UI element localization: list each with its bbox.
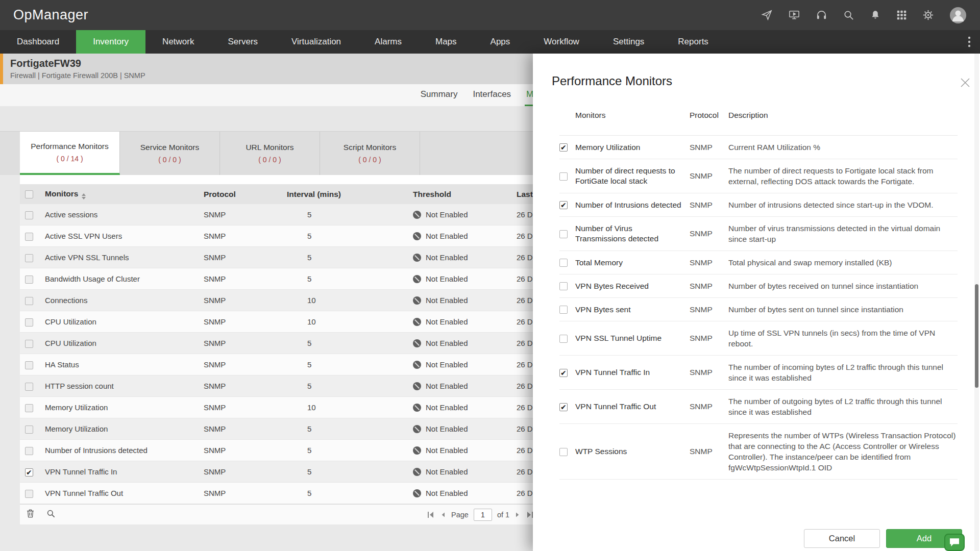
feedback-chat-icon[interactable] xyxy=(944,534,965,551)
row-checkbox[interactable] xyxy=(25,425,33,434)
not-enabled-icon xyxy=(413,296,421,305)
delete-icon[interactable] xyxy=(26,509,35,520)
row-checkbox[interactable] xyxy=(25,340,33,348)
next-page-button[interactable] xyxy=(514,511,521,518)
panel-monitor-name: WTP Sessions xyxy=(575,446,690,457)
panel-monitor-row[interactable]: VPN Tunnel Traffic In SNMP The number of… xyxy=(559,356,958,390)
panel-monitor-row[interactable]: VPN SSL Tunnel Uptime SNMP Up time of SS… xyxy=(559,321,958,356)
panel-monitor-row[interactable]: VPN Tunnel Traffic Out SNMP The number o… xyxy=(559,390,958,424)
monitor-type-tab[interactable]: Service Monitors ( 0 / 0 ) xyxy=(120,132,220,175)
headset-icon[interactable] xyxy=(816,9,827,21)
nav-item[interactable]: Workflow xyxy=(527,30,596,54)
panel-row-checkbox[interactable] xyxy=(559,369,568,377)
monitor-tab-count: ( 0 / 0 ) xyxy=(158,156,181,164)
row-checkbox[interactable] xyxy=(25,318,33,327)
panel-monitor-row[interactable]: Number of Intrusions detected SNMP Numbe… xyxy=(559,193,958,217)
panel-scrollbar-thumb[interactable] xyxy=(975,284,978,388)
nav-item[interactable]: Dashboard xyxy=(0,30,76,54)
panel-monitor-protocol: SNMP xyxy=(690,143,728,152)
panel-monitor-list: Memory Utilization SNMP Current RAM Util… xyxy=(559,135,958,480)
row-checkbox[interactable] xyxy=(25,254,33,262)
monitor-interval: 10 xyxy=(287,317,413,326)
row-checkbox[interactable] xyxy=(25,276,33,284)
column-header-monitors[interactable]: Monitors xyxy=(45,189,204,199)
monitor-interval: 10 xyxy=(287,403,413,412)
not-enabled-icon xyxy=(413,361,421,369)
not-enabled-icon xyxy=(413,232,421,240)
monitor-tab-label: Performance Monitors xyxy=(31,142,108,151)
apps-grid-icon[interactable] xyxy=(896,10,907,20)
row-checkbox[interactable] xyxy=(25,297,33,305)
table-search-icon[interactable] xyxy=(46,509,56,520)
row-checkbox[interactable] xyxy=(25,233,33,241)
row-checkbox[interactable] xyxy=(25,361,33,369)
row-checkbox[interactable] xyxy=(25,447,33,455)
select-all-checkbox[interactable] xyxy=(25,190,33,198)
nav-item[interactable]: Alarms xyxy=(358,30,419,54)
row-checkbox[interactable] xyxy=(25,468,33,477)
nav-item[interactable]: Apps xyxy=(474,30,527,54)
app-logo[interactable]: OpManager xyxy=(13,7,88,23)
panel-monitor-row[interactable]: VPN Bytes Received SNMP Number of bytes … xyxy=(559,274,958,298)
panel-row-checkbox[interactable] xyxy=(559,448,568,456)
nav-item[interactable]: Network xyxy=(145,30,211,54)
monitor-tab-label: Service Monitors xyxy=(140,143,199,152)
page-input[interactable] xyxy=(474,509,492,521)
paper-plane-icon[interactable] xyxy=(761,9,773,21)
close-icon[interactable] xyxy=(960,77,971,90)
panel-monitor-row[interactable]: VPN Bytes sent SNMP Number of bytes sent… xyxy=(559,298,958,321)
settings-gear-icon[interactable] xyxy=(922,9,934,21)
monitor-interval: 5 xyxy=(287,232,413,240)
panel-monitor-row[interactable]: Total Memory SNMP Total physical and swa… xyxy=(559,251,958,274)
kebab-menu-icon[interactable] xyxy=(959,30,980,54)
panel-monitor-row[interactable]: Memory Utilization SNMP Current RAM Util… xyxy=(559,136,958,159)
nav-item[interactable]: Maps xyxy=(419,30,474,54)
nav-item[interactable]: Inventory xyxy=(76,30,145,54)
nav-item[interactable]: Servers xyxy=(211,30,275,54)
user-avatar[interactable] xyxy=(949,7,967,24)
threshold-text: Not Enabled xyxy=(426,403,468,412)
notifications-bell-icon[interactable] xyxy=(870,9,881,21)
nav-item[interactable]: Settings xyxy=(596,30,661,54)
nav-item[interactable]: Virtualization xyxy=(275,30,358,54)
panel-row-checkbox[interactable] xyxy=(559,230,568,238)
monitor-interval: 5 xyxy=(287,424,413,433)
row-checkbox[interactable] xyxy=(25,383,33,391)
panel-monitor-row[interactable]: Number of Virus Transmissions detected S… xyxy=(559,217,958,251)
monitor-protocol: SNMP xyxy=(204,210,287,219)
device-tab[interactable]: Summary xyxy=(419,84,459,106)
panel-monitor-description: Number of bytes received on tunnel since… xyxy=(728,281,958,291)
previous-page-button[interactable] xyxy=(440,511,446,518)
not-enabled-icon xyxy=(413,382,421,390)
panel-row-checkbox[interactable] xyxy=(559,201,568,209)
not-enabled-icon xyxy=(413,318,421,326)
panel-row-checkbox[interactable] xyxy=(559,143,568,152)
monitor-type-tab[interactable]: URL Monitors ( 0 / 0 ) xyxy=(220,132,320,175)
row-checkbox[interactable] xyxy=(25,404,33,412)
panel-monitor-row[interactable]: Number of direct requests to FortiGate l… xyxy=(559,159,958,193)
nav-items: Dashboard Inventory Network Servers Virt… xyxy=(0,30,959,54)
panel-row-checkbox[interactable] xyxy=(559,403,568,411)
first-page-button[interactable] xyxy=(427,511,435,518)
panel-monitor-description: Number of intrusions detected since star… xyxy=(728,199,958,210)
device-tab[interactable]: Interfaces xyxy=(471,84,512,106)
monitor-threshold: Not Enabled xyxy=(413,424,517,433)
sort-icon[interactable] xyxy=(82,193,86,199)
panel-row-checkbox[interactable] xyxy=(559,335,568,343)
demo-screen-icon[interactable] xyxy=(788,9,800,21)
monitor-type-tab[interactable]: Script Monitors ( 0 / 0 ) xyxy=(320,132,420,175)
panel-row-checkbox[interactable] xyxy=(559,172,568,181)
panel-monitor-row[interactable]: WTP Sessions SNMP Represents the number … xyxy=(559,424,958,480)
cancel-button[interactable]: Cancel xyxy=(804,529,880,548)
row-checkbox[interactable] xyxy=(25,211,33,219)
monitor-type-tab[interactable]: Performance Monitors ( 0 / 14 ) xyxy=(20,132,120,175)
search-icon[interactable] xyxy=(843,9,854,21)
row-checkbox[interactable] xyxy=(25,490,33,498)
panel-column-protocol: Protocol xyxy=(690,111,728,120)
column-header-interval: Interval (mins) xyxy=(287,190,413,199)
panel-row-checkbox[interactable] xyxy=(559,306,568,314)
nav-item[interactable]: Reports xyxy=(661,30,725,54)
panel-row-checkbox[interactable] xyxy=(559,282,568,290)
panel-row-checkbox[interactable] xyxy=(559,259,568,267)
panel-monitor-name: VPN SSL Tunnel Uptime xyxy=(575,333,690,343)
